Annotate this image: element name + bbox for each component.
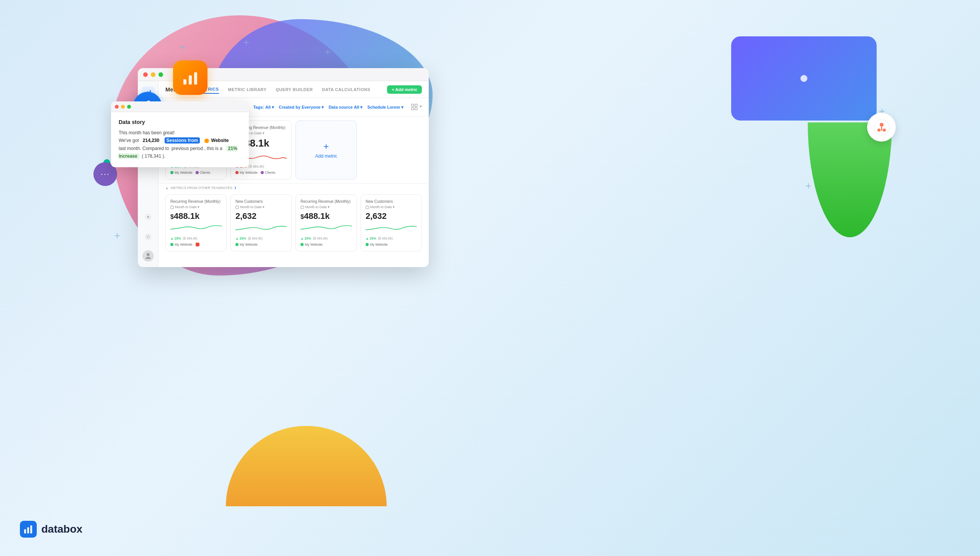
metric-date-b1[interactable]: Month to Date ▾ xyxy=(170,205,222,209)
filter-tags[interactable]: Tags: All ▾ xyxy=(253,105,274,110)
metric-value-b3: $488.1k xyxy=(301,211,352,221)
metric-source-b1-website: My Website xyxy=(170,243,193,246)
metric-card-add[interactable]: + Add metric xyxy=(296,121,357,179)
add-metric-plus: + xyxy=(323,141,329,152)
popup-maximize-dot[interactable] xyxy=(127,105,131,109)
svg-point-7 xyxy=(883,129,886,132)
metric-date-b2[interactable]: Month to Date ▾ xyxy=(235,205,287,209)
metric-title-b4: New Customers xyxy=(366,199,417,204)
titlebar-close-dot[interactable] xyxy=(143,72,148,77)
data-story-sessions-label: Sessions from xyxy=(165,137,200,143)
metric-title-b1: Recurring Revenue (Monthly) xyxy=(170,199,222,204)
titlebar-maximize-dot[interactable] xyxy=(158,72,163,77)
svg-rect-19 xyxy=(412,108,414,110)
svg-rect-30 xyxy=(236,206,239,209)
svg-point-6 xyxy=(877,129,880,132)
tab-query-builder[interactable]: QUERY BUILDER xyxy=(276,86,313,93)
orange-app-icon xyxy=(173,60,207,95)
metrics-bottom-row: Recurring Revenue (Monthly) Month to Dat… xyxy=(158,191,429,254)
section-info-icon[interactable]: ℹ xyxy=(235,186,236,190)
hubspot-icon xyxy=(867,113,896,142)
filter-schedule-label: Schedule xyxy=(367,105,386,109)
metric-change-b1: ▲ 25% ($ 484.6k) xyxy=(170,236,222,240)
data-story-intro: This month has been great! xyxy=(119,130,175,135)
popup-minimize-dot[interactable] xyxy=(121,105,125,109)
data-story-orange-dot xyxy=(204,139,209,143)
titlebar-minimize-dot[interactable] xyxy=(151,72,155,77)
data-story-popup: Data story This month has been great! We… xyxy=(111,101,249,167)
data-story-title: Data story xyxy=(119,119,241,125)
cross-decoration: + xyxy=(325,46,331,58)
filter-schedule[interactable]: Schedule Lorem ▾ xyxy=(367,105,403,110)
svg-point-14 xyxy=(147,216,149,218)
metric-sources-1: My Website Clients xyxy=(170,171,222,174)
sparkline-b1 xyxy=(170,223,222,234)
metric-source-clients-2: Clients xyxy=(261,171,276,174)
filter-tags-label: Tags: xyxy=(253,105,264,109)
filter-tags-chevron: ▾ xyxy=(272,105,274,110)
svg-rect-41 xyxy=(30,525,32,533)
svg-point-15 xyxy=(147,236,149,238)
metric-sources-b2: My Website xyxy=(235,243,287,246)
tab-metric-library[interactable]: METRIC LIBRARY xyxy=(228,86,267,93)
sparkline-b4 xyxy=(366,223,417,234)
svg-rect-18 xyxy=(415,104,417,106)
brand-name: databox xyxy=(41,523,82,535)
metric-card-bottom-4[interactable]: New Customers Month to Date ▾ 2,632 ▲ 25… xyxy=(361,194,422,251)
metric-card-bottom-3[interactable]: Recurring Revenue (Monthly) Month to Dat… xyxy=(296,194,357,251)
metric-value-b4: 2,632 xyxy=(366,211,417,221)
svg-rect-0 xyxy=(183,79,186,85)
sidebar-icon-user[interactable] xyxy=(142,250,154,262)
metric-sources-2: My Website Clients xyxy=(235,171,287,174)
svg-rect-1 xyxy=(189,75,192,85)
metric-date-b3[interactable]: Month to Date ▾ xyxy=(301,205,352,209)
sidebar-icon-sources[interactable] xyxy=(142,210,155,223)
bg-shape-orange-half xyxy=(226,426,387,506)
popup-close-dot[interactable] xyxy=(115,105,119,109)
bg-shape-purple-rect xyxy=(731,36,877,121)
data-story-end: ( 178,341 ). xyxy=(140,153,165,159)
popup-titlebar xyxy=(111,101,249,112)
metric-card-bottom-1[interactable]: Recurring Revenue (Monthly) Month to Dat… xyxy=(165,194,227,251)
filter-data-source[interactable]: Data source All ▾ xyxy=(328,105,363,110)
sparkline-b2 xyxy=(235,223,287,234)
brand-icon xyxy=(20,521,37,538)
sidebar-icon-settings[interactable] xyxy=(142,230,155,243)
filter-datasource-value: All xyxy=(354,105,359,109)
view-toggle[interactable]: ▾ xyxy=(411,104,422,111)
svg-point-4 xyxy=(880,123,884,127)
data-story-text: This month has been great! We've got 214… xyxy=(119,129,241,160)
filter-datasource-label: Data source xyxy=(328,105,353,109)
filter-tags-value: All xyxy=(265,105,271,109)
filter-schedule-chevron: ▾ xyxy=(401,105,403,110)
filter-datasource-chevron: ▾ xyxy=(360,105,363,110)
svg-rect-27 xyxy=(171,206,174,209)
svg-rect-39 xyxy=(24,529,26,533)
add-metric-button[interactable]: + Add metric xyxy=(387,85,422,94)
cross-decoration: + xyxy=(243,36,249,49)
metric-card-bottom-2[interactable]: New Customers Month to Date ▾ 2,632 ▲ 25… xyxy=(230,194,292,251)
metric-sources-b4: My Website xyxy=(366,243,417,246)
app-window: Metrics METRICS METRIC LIBRARY QUERY BUI… xyxy=(138,68,429,267)
metric-change-b3: ▲ 25% ($ 484.6k) xyxy=(301,236,352,240)
section-label-text: METRICS FROM OTHER TEAMMATES xyxy=(171,186,232,190)
svg-rect-17 xyxy=(412,104,414,106)
metric-source-website-1: My Website xyxy=(170,171,193,174)
filter-created[interactable]: Created by Everyone ▾ xyxy=(279,105,324,110)
databox-brand: databox xyxy=(20,521,82,538)
cross-decoration: + xyxy=(805,180,812,192)
svg-rect-40 xyxy=(27,527,29,533)
filter-schedule-value: Lorem xyxy=(387,105,400,109)
tab-data-calculations[interactable]: DATA CALCULATIONS xyxy=(322,86,370,93)
data-story-source-name: Website xyxy=(211,138,229,143)
svg-rect-36 xyxy=(366,206,369,209)
metric-sources-b1: My Website xyxy=(170,243,222,246)
cross-decoration: + xyxy=(179,41,185,54)
svg-rect-2 xyxy=(194,72,197,85)
add-metric-label: Add metric xyxy=(315,153,337,159)
metric-value-b2: 2,632 xyxy=(235,211,287,221)
view-chevron: ▾ xyxy=(420,104,422,111)
metrics-section-label: METRICS FROM OTHER TEAMMATES ℹ xyxy=(158,183,429,191)
metric-date-b4[interactable]: Month to Date ▾ xyxy=(366,205,417,209)
popup-body: Data story This month has been great! We… xyxy=(111,112,249,167)
